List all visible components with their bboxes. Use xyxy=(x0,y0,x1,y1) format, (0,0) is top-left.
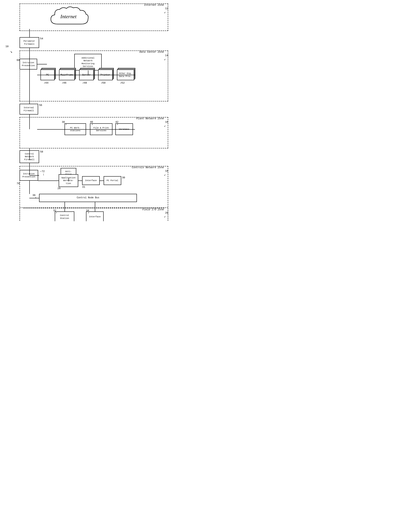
line-controls-h-ip xyxy=(29,175,39,176)
datacenter-zone-label: Data Center Zone xyxy=(139,50,164,53)
control-station-box: ControlStation xyxy=(55,211,74,221)
line-cnbus-to-cs xyxy=(65,202,65,211)
control-node-bus-ref-arrow: ↗ xyxy=(35,196,36,199)
plant-zone-ref-arrow: ↙ xyxy=(164,124,166,127)
controls-zone-ref-arrow: ↙ xyxy=(164,173,166,176)
ref-72: ←72 xyxy=(40,170,45,173)
internal-firewall-ref: 56 xyxy=(39,104,42,107)
control-node-bus-box: Control Node Bus xyxy=(39,194,137,202)
internet-zone-ref: 12 xyxy=(165,7,168,10)
fieldiо-zone-label: Field I/O Zone xyxy=(143,208,164,211)
controls-zone-label: Controls Network Zone xyxy=(132,166,164,169)
control-network-firewall-ref: 58 xyxy=(40,150,43,153)
internet-zone-ref-arrow: ↙ xyxy=(164,11,166,14)
line-pf-to-dc xyxy=(29,48,30,59)
perimeter-firewall-box: Perimeter Firewall xyxy=(20,37,39,48)
pc-portal-box: PC Portal xyxy=(104,176,121,185)
dc-device-line xyxy=(37,75,135,75)
fieldiо-zone-ref-arrow: ↙ xyxy=(164,215,166,218)
line-cnf-to-controls xyxy=(29,163,30,175)
line-to-cnbus-h xyxy=(29,198,39,198)
pc-workstations-ref: 38 xyxy=(62,120,65,123)
svg-text:Internet: Internet xyxy=(60,14,77,19)
line-av-to-aw-v xyxy=(68,178,69,181)
interface-31-box: Interface xyxy=(82,176,100,185)
wireless-ref-arrow: ↗ xyxy=(117,123,118,126)
arrow-72-down: ↓ xyxy=(43,173,45,176)
perimeter-firewall-ref: 54 xyxy=(40,37,43,40)
server-ref: ↗48 xyxy=(82,81,87,84)
plant-zone-label: Plant Network Zone xyxy=(136,117,164,120)
line-controls-down xyxy=(29,181,30,194)
pc-workstations-ref-arrow: ↗ xyxy=(65,123,67,126)
pc-portal-ref: 30 xyxy=(122,176,125,179)
internet-cloud: Internet xyxy=(47,5,90,29)
intrusion-prevention-top-ref: 68 xyxy=(17,59,20,62)
printer-ref: ↗50 xyxy=(101,81,105,84)
plant-zone-ref: 16 xyxy=(165,120,168,123)
datacenter-zone-ref: 14 xyxy=(165,54,168,57)
datacenter-zone-ref-arrow: ↙ xyxy=(164,58,166,61)
line-ip-to-aw-h xyxy=(38,180,59,181)
interface-34-ref-arrow: ↗ xyxy=(88,211,89,214)
file-print-ref-arrow: ↗ xyxy=(91,123,93,126)
line-aw-to-if31-h xyxy=(78,180,82,181)
ref-10: 10 xyxy=(5,45,9,48)
other-dig-ref: ↗52 xyxy=(120,81,125,84)
line-if31-to-pcportal-h xyxy=(100,180,104,181)
internet-zone xyxy=(20,3,168,31)
internal-firewall-box: InternalFirewall xyxy=(20,104,38,115)
dashed-boundary-line xyxy=(23,208,164,208)
line-if-to-plant xyxy=(29,115,30,129)
line-additional-to-bar xyxy=(88,71,88,75)
line-dc-vertical xyxy=(29,59,30,104)
control-station-ref-arrow: ↗ xyxy=(56,211,57,214)
line-ip-to-devices-h xyxy=(37,64,47,64)
pc-ref: ↗44 xyxy=(44,81,48,84)
line-plant-h xyxy=(37,129,115,130)
line-internet-to-pf xyxy=(29,29,30,37)
internet-zone-label: Internet Zone xyxy=(144,3,164,6)
interface-31-ref: 31 xyxy=(82,186,85,189)
app-workstation-ref: 28 xyxy=(57,187,61,190)
line-cnbus-to-if34 xyxy=(95,202,95,211)
controls-zone-ref: 18 xyxy=(165,169,168,172)
intrusion-prevention-bottom-ref: 70 xyxy=(17,182,20,185)
mainframe-ref: ↗46 xyxy=(62,81,66,84)
arrow-10: ↘ xyxy=(10,49,12,54)
diagram-container: 10 ↘ Internet Zone 12 ↙ Internet Perimet… xyxy=(0,0,176,221)
line-plant-to-cnf xyxy=(29,148,30,160)
fieldiо-zone-ref: 20 xyxy=(165,211,168,214)
intrusion-prevention-top-box: IntrusionPrevention xyxy=(20,59,37,70)
